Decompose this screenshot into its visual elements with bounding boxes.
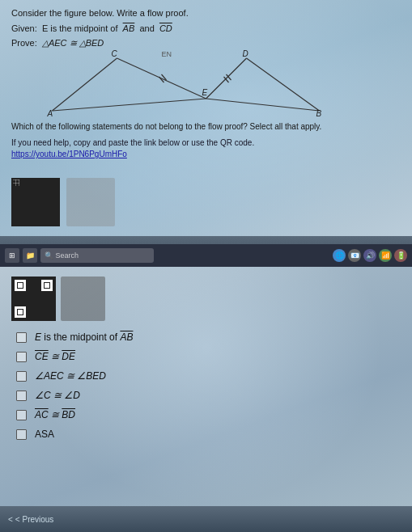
search-icon: 🔍 bbox=[45, 251, 53, 260]
prove-text: △AEC ≅ △BED bbox=[42, 38, 104, 48]
help-text: If you need help, copy and paste the lin… bbox=[11, 137, 401, 160]
qr-image bbox=[66, 178, 115, 226]
file-explorer-icon[interactable]: 📁 bbox=[23, 248, 37, 263]
taskbar-search[interactable]: 🔍 Search bbox=[40, 248, 154, 263]
checkbox-item-4: ∠C ≅ ∠D bbox=[16, 390, 396, 401]
checkbox-5[interactable] bbox=[16, 410, 27, 420]
svg-line-3 bbox=[206, 58, 247, 99]
given-line: Given: E is the midpoint of AB and CD bbox=[11, 22, 401, 36]
browser-icon[interactable]: 🌐 bbox=[333, 249, 346, 262]
qr-dark bbox=[11, 277, 56, 321]
bottom-prev-button[interactable]: < < Previous bbox=[8, 515, 53, 524]
checkbox-item-2: CE ≅ DE bbox=[16, 351, 396, 362]
given-ab: AB bbox=[123, 23, 135, 33]
consider-line: Consider the figure below. Write a flow … bbox=[11, 6, 401, 20]
checkbox-list: E is the midpoint of AB CE ≅ DE ∠AEC ≅ ∠… bbox=[16, 331, 396, 448]
taskbar: ⊞ 📁 🔍 Search 🌐 📧 🔊 📶 🔋 bbox=[0, 244, 412, 267]
search-placeholder: Search bbox=[56, 251, 79, 260]
svg-text:A: A bbox=[47, 109, 53, 118]
svg-line-2 bbox=[53, 99, 206, 111]
given-cd: CD bbox=[159, 23, 172, 33]
bottom-panel: E is the midpoint of AB CE ≅ DE ∠AEC ≅ ∠… bbox=[0, 267, 412, 532]
start-button[interactable]: ⊞ bbox=[5, 248, 19, 263]
checkbox-item-1: E is the midpoint of AB bbox=[16, 331, 396, 343]
prove-label: Prove: bbox=[11, 38, 37, 48]
checkbox-item-3: ∠AEC ≅ ∠BED bbox=[16, 370, 396, 382]
svg-line-5 bbox=[206, 99, 320, 111]
checkbox-item-6: ASA bbox=[16, 429, 396, 440]
bottom-qr-box bbox=[11, 277, 56, 321]
svg-line-4 bbox=[247, 58, 320, 111]
checkbox-6[interactable] bbox=[16, 429, 27, 440]
checkbox-label-1: E is the midpoint of AB bbox=[35, 331, 133, 343]
bottom-prev-label: < Previous bbox=[15, 515, 54, 524]
bottom-qr-area bbox=[11, 277, 105, 321]
geometric-figure: A C E D B EN bbox=[11, 50, 401, 121]
svg-text:EN: EN bbox=[162, 50, 172, 58]
qr-code-box bbox=[11, 178, 60, 226]
taskbar-right: 🌐 📧 🔊 📶 🔋 bbox=[333, 249, 407, 262]
statements-area: Which of the following statements do not… bbox=[11, 121, 401, 160]
qr-pattern bbox=[13, 179, 19, 186]
checkbox-3[interactable] bbox=[16, 371, 27, 382]
bottom-prev-icon: < bbox=[8, 515, 13, 524]
checkbox-label-3: ∠AEC ≅ ∠BED bbox=[35, 370, 106, 382]
svg-text:C: C bbox=[112, 50, 118, 58]
checkbox-2[interactable] bbox=[16, 352, 27, 362]
wifi-icon[interactable]: 📶 bbox=[379, 249, 392, 262]
svg-text:D: D bbox=[243, 50, 248, 58]
volume-icon[interactable]: 🔊 bbox=[363, 249, 376, 262]
checkbox-label-6: ASA bbox=[35, 429, 54, 440]
mail-icon[interactable]: 📧 bbox=[348, 249, 361, 262]
given-and: and bbox=[139, 23, 154, 33]
qr-code-area bbox=[11, 178, 115, 226]
checkbox-4[interactable] bbox=[16, 391, 27, 401]
question-text-area: Consider the figure below. Write a flow … bbox=[11, 6, 401, 50]
statements-label: Which of the following statements do not… bbox=[11, 121, 401, 133]
svg-line-0 bbox=[53, 58, 117, 111]
prove-line: Prove: △AEC ≅ △BED bbox=[11, 36, 401, 50]
given-label: Given: bbox=[11, 23, 37, 33]
given-text: E is the midpoint of bbox=[42, 23, 118, 33]
bottom-nav-bar: < < Previous bbox=[0, 506, 412, 532]
checkbox-1[interactable] bbox=[16, 332, 27, 343]
bottom-qr-image bbox=[61, 277, 105, 321]
svg-text:B: B bbox=[316, 109, 322, 118]
svg-text:E: E bbox=[202, 88, 208, 97]
svg-line-1 bbox=[117, 58, 206, 99]
battery-icon[interactable]: 🔋 bbox=[394, 249, 407, 262]
checkbox-label-4: ∠C ≅ ∠D bbox=[35, 390, 80, 401]
checkbox-label-5: AC ≅ BD bbox=[35, 409, 75, 420]
checkbox-item-5: AC ≅ BD bbox=[16, 409, 396, 420]
help-link[interactable]: https://youtu.be/1PN6PgUmHFo bbox=[11, 150, 127, 158]
top-panel: Consider the figure below. Write a flow … bbox=[0, 0, 412, 267]
checkbox-label-2: CE ≅ DE bbox=[35, 351, 75, 362]
